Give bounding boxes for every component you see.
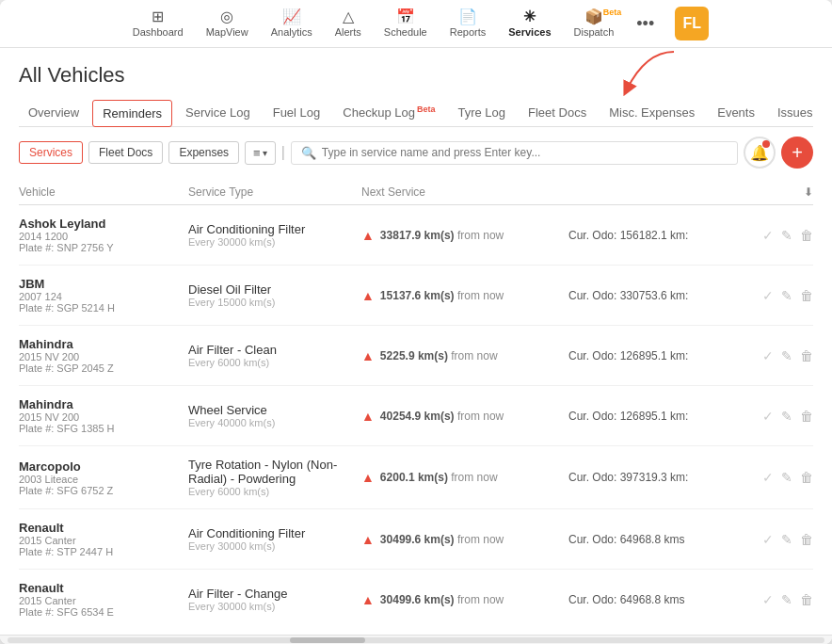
- tab-issues[interactable]: Issues: [768, 100, 823, 127]
- subtab-expenses[interactable]: Expenses: [168, 141, 239, 164]
- nav-dashboard[interactable]: ⊞ Dashboard: [123, 6, 193, 41]
- tab-reminders[interactable]: Reminders: [92, 100, 172, 127]
- vehicle-name: Mahindra: [19, 397, 188, 411]
- delete-action-icon[interactable]: 🗑: [800, 532, 813, 547]
- tab-service-log[interactable]: Service Log: [176, 100, 260, 127]
- from-now-label: from now: [457, 229, 504, 242]
- horizontal-scroll-thumb[interactable]: [290, 637, 365, 643]
- service-type-cell: Air Filter - Clean Every 6000 km(s): [188, 343, 361, 368]
- service-interval: Every 15000 km(s): [188, 297, 361, 308]
- delete-action-icon[interactable]: 🗑: [800, 470, 813, 485]
- filter-dropdown-icon: ▾: [263, 148, 267, 158]
- nav-analytics[interactable]: 📈 Analytics: [262, 6, 322, 41]
- nav-label-analytics: Analytics: [271, 26, 312, 38]
- delete-action-icon[interactable]: 🗑: [800, 288, 813, 303]
- nav-more-button[interactable]: •••: [627, 10, 664, 38]
- vehicle-name: JBM: [19, 277, 188, 291]
- warning-icon: ▲: [361, 348, 375, 363]
- dispatch-icon: 📦: [584, 9, 603, 24]
- next-service-cell: ▲ 15137.6 km(s) from now: [361, 288, 568, 303]
- nav-label-reports: Reports: [450, 26, 487, 38]
- table-header: Vehicle Service Type Next Service ⬇: [19, 180, 813, 205]
- tab-fleet-docs[interactable]: Fleet Docs: [519, 100, 596, 127]
- download-button[interactable]: ⬇: [738, 185, 813, 199]
- bottom-scrollbar[interactable]: [0, 635, 832, 644]
- tab-overview[interactable]: Overview: [19, 100, 88, 127]
- check-action-icon[interactable]: ✓: [762, 288, 774, 303]
- analytics-icon: 📈: [282, 9, 301, 24]
- check-action-icon[interactable]: ✓: [762, 532, 774, 547]
- search-input[interactable]: [322, 146, 728, 159]
- page-title: All Vehicles: [19, 63, 813, 88]
- edit-action-icon[interactable]: ✎: [781, 409, 792, 424]
- service-name: Diesel Oil Filter: [188, 282, 361, 297]
- service-name: Wheel Service: [188, 403, 361, 417]
- tab-fuel-log[interactable]: Fuel Log: [264, 100, 330, 127]
- nav-reports[interactable]: 📄 Reports: [440, 6, 496, 41]
- from-now-label: from now: [457, 410, 504, 423]
- nav-alerts[interactable]: △ Alerts: [326, 6, 371, 41]
- edit-action-icon[interactable]: ✎: [781, 288, 792, 303]
- subtab-fleet-docs[interactable]: Fleet Docs: [88, 141, 163, 164]
- next-km-value: 30499.6 km(s) from now: [380, 533, 504, 546]
- row-actions: ✓ ✎ 🗑: [738, 288, 813, 303]
- odo-cell: Cur. Odo: 64968.8 kms: [568, 593, 738, 606]
- edit-action-icon[interactable]: ✎: [781, 470, 792, 485]
- service-type-cell: Tyre Rotation - Nylon (Non-Radial) - Pow…: [188, 458, 361, 497]
- edit-action-icon[interactable]: ✎: [781, 348, 792, 363]
- nav-services[interactable]: ✳ Services: [499, 6, 560, 41]
- odo-cell: Cur. Odo: 330753.6 km:: [568, 289, 738, 302]
- vehicle-year-model: 2007 124: [19, 291, 188, 302]
- tab-checkup-log[interactable]: Checkup LogBeta: [333, 99, 444, 127]
- dashboard-icon: ⊞: [152, 9, 164, 24]
- next-service-cell: ▲ 30499.6 km(s) from now: [361, 592, 568, 607]
- next-service-cell: ▲ 5225.9 km(s) from now: [361, 348, 568, 363]
- next-km-value: 40254.9 km(s) from now: [380, 410, 504, 423]
- table-body: Ashok Leyland 2014 1200 Plate #: SNP 275…: [19, 205, 813, 620]
- table-row: Marcopolo 2003 Liteace Plate #: SFG 6752…: [19, 446, 813, 509]
- odo-cell: Cur. Odo: 156182.1 km:: [568, 229, 738, 242]
- nav-dispatch[interactable]: Beta 📦 Dispatch: [565, 6, 624, 41]
- delete-action-icon[interactable]: 🗑: [800, 592, 813, 607]
- delete-action-icon[interactable]: 🗑: [800, 228, 813, 243]
- edit-action-icon[interactable]: ✎: [781, 592, 792, 607]
- check-action-icon[interactable]: ✓: [762, 470, 774, 485]
- check-action-icon[interactable]: ✓: [762, 228, 774, 243]
- odo-cell: Cur. Odo: 64968.8 kms: [568, 533, 738, 546]
- tab-tyre-log[interactable]: Tyre Log: [448, 100, 515, 127]
- nav-mapview[interactable]: ◎ MapView: [197, 6, 258, 41]
- delete-action-icon[interactable]: 🗑: [800, 409, 813, 424]
- check-action-icon[interactable]: ✓: [762, 409, 774, 424]
- vehicle-year-model: 2015 NV 200: [19, 411, 188, 423]
- bell-button[interactable]: 🔔: [744, 137, 776, 169]
- brand-logo[interactable]: FL: [675, 7, 709, 40]
- vehicle-name: Ashok Leyland: [19, 217, 188, 231]
- service-type-cell: Air Conditioning Filter Every 30000 km(s…: [188, 222, 361, 248]
- mapview-icon: ◎: [220, 9, 233, 24]
- add-button[interactable]: +: [781, 137, 813, 169]
- delete-action-icon[interactable]: 🗑: [800, 348, 813, 363]
- vehicle-name: Marcopolo: [19, 459, 188, 474]
- check-action-icon[interactable]: ✓: [762, 592, 774, 607]
- edit-action-icon[interactable]: ✎: [781, 532, 792, 547]
- service-name: Air Filter - Change: [188, 587, 361, 601]
- alerts-icon: △: [343, 9, 354, 24]
- warning-icon: ▲: [361, 409, 375, 424]
- search-box[interactable]: 🔍: [291, 141, 738, 165]
- service-type-cell: Wheel Service Every 40000 km(s): [188, 403, 361, 428]
- check-action-icon[interactable]: ✓: [762, 348, 774, 363]
- horizontal-scroll-track[interactable]: [8, 637, 824, 643]
- from-now-label: from now: [451, 471, 497, 484]
- filter-button[interactable]: ≡ ▾: [245, 141, 276, 165]
- next-service-cell: ▲ 6200.1 km(s) from now: [361, 470, 568, 485]
- next-km-value: 33817.9 km(s) from now: [380, 229, 504, 242]
- tabs-row: Overview Reminders Service Log Fuel Log …: [19, 99, 813, 127]
- row-actions: ✓ ✎ 🗑: [738, 409, 813, 424]
- edit-action-icon[interactable]: ✎: [781, 228, 792, 243]
- subtab-services[interactable]: Services: [19, 141, 83, 164]
- nav-schedule[interactable]: 📅 Schedule: [375, 6, 437, 41]
- vehicle-plate: Plate #: SNP 2756 Y: [19, 242, 188, 253]
- tab-events[interactable]: Events: [708, 100, 764, 127]
- tab-misc-expenses[interactable]: Misc. Expenses: [600, 100, 704, 127]
- warning-icon: ▲: [361, 532, 375, 547]
